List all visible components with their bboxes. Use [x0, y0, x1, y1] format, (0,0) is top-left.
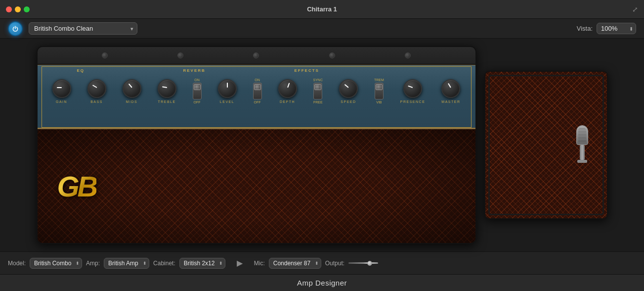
topbar: British Combo Clean Vista: 100%: [0, 19, 644, 39]
depth-knob[interactable]: [278, 79, 297, 98]
effects-label: EFFECTS: [295, 68, 319, 73]
gain-knob-item: GAIN: [52, 79, 71, 103]
preset-wrapper: British Combo Clean: [29, 22, 137, 35]
level-label: LEVEL: [220, 100, 234, 103]
output-knob[interactable]: [367, 261, 372, 266]
amp-select[interactable]: British Amp: [104, 258, 149, 269]
depth-knob-item: DEPTH: [278, 79, 297, 103]
cabinet-select[interactable]: British 2x12: [179, 258, 225, 269]
mic-select-wrapper: Condenser 87: [269, 258, 321, 269]
model-select-wrapper: British Combo: [30, 258, 82, 269]
screw: [405, 52, 411, 58]
gain-label: GAIN: [56, 100, 67, 103]
master-knob[interactable]: [441, 79, 460, 98]
sync-label: SYNC: [313, 78, 323, 82]
level-knob[interactable]: [218, 79, 237, 98]
footer: Amp Designer: [0, 274, 644, 291]
model-select[interactable]: British Combo: [30, 258, 82, 269]
master-label: MASTER: [441, 100, 460, 103]
trem-label: TREM: [374, 78, 384, 82]
grill-cloth: [38, 129, 475, 243]
preset-dropdown[interactable]: British Combo Clean: [29, 22, 137, 35]
model-label: Model:: [8, 260, 26, 267]
toggle-nub: [194, 84, 201, 90]
window-title: Chitarra 1: [307, 5, 337, 13]
mids-label: MIDS: [126, 100, 138, 103]
speed-label: SPEED: [341, 100, 356, 103]
reverb-label: REVERB: [183, 68, 206, 73]
trem-toggle[interactable]: [375, 83, 384, 99]
screw: [102, 52, 108, 58]
free-label: FREE: [313, 100, 323, 104]
treble-label: TREBLE: [158, 100, 175, 103]
cabinet-label: Cabinet:: [153, 260, 175, 267]
controls-panel: EQ REVERB EFFECTS GAIN BASS MIDS: [38, 65, 475, 129]
gain-knob[interactable]: [52, 79, 71, 98]
bass-knob-item: BASS: [87, 79, 106, 103]
mic-select[interactable]: Condenser 87: [269, 258, 321, 269]
close-button[interactable]: [6, 6, 12, 12]
vib-label: VIB: [376, 100, 382, 104]
reverb-off-label: OFF: [194, 100, 201, 104]
output-label: Output:: [325, 260, 344, 267]
amp-top-bar: [38, 47, 475, 65]
main-area: EQ REVERB EFFECTS GAIN BASS MIDS: [0, 39, 644, 251]
mids-knob[interactable]: [123, 79, 141, 98]
presence-knob[interactable]: [403, 79, 422, 98]
cabinet-select-wrapper: British 2x12: [179, 258, 225, 269]
bass-label: BASS: [90, 100, 103, 103]
mic-head: [576, 125, 588, 145]
amp-logo: GB: [57, 170, 96, 203]
master-knob-item: MASTER: [441, 79, 460, 103]
vista-wrapper: 100%: [597, 23, 636, 34]
mic-body: [580, 145, 585, 160]
grill-area: GB: [38, 129, 475, 243]
reverb-on-label: ON: [194, 78, 200, 82]
knob-row: GAIN BASS MIDS TREBLE: [47, 78, 466, 104]
presence-label: PRESENCE: [400, 100, 426, 103]
treble-knob-item: TREBLE: [158, 79, 176, 103]
sync-toggle[interactable]: [313, 83, 322, 99]
traffic-lights: [6, 6, 30, 12]
output-slider[interactable]: [348, 262, 378, 264]
screw: [253, 52, 259, 58]
titlebar: Chitarra 1 ⤢: [0, 0, 644, 19]
screw: [177, 52, 183, 58]
depth-label: DEPTH: [280, 100, 295, 103]
effects-toggle-item: ON OFF: [253, 78, 262, 104]
mic-base: [577, 160, 587, 163]
amp-select-wrapper: British Amp: [104, 258, 149, 269]
vista-label: Vista:: [577, 25, 593, 32]
mic-label: Mic:: [254, 260, 265, 267]
speed-knob-item: SPEED: [339, 79, 358, 103]
reverb-toggle[interactable]: [193, 83, 202, 99]
reverb-toggle-item: ON OFF: [193, 78, 202, 104]
amp-label: Amp:: [86, 260, 100, 267]
amp-container: EQ REVERB EFFECTS GAIN BASS MIDS: [37, 46, 476, 244]
minimize-button[interactable]: [15, 6, 21, 12]
effects-toggle[interactable]: [253, 83, 262, 99]
play-button[interactable]: ▶: [233, 257, 246, 270]
bottom-bar: Model: British Combo Amp: British Amp Ca…: [0, 251, 644, 274]
presence-knob-item: PRESENCE: [400, 79, 426, 103]
sync-toggle-item: SYNC FREE: [313, 78, 323, 104]
toggle-nub: [376, 84, 383, 90]
treble-knob[interactable]: [158, 79, 176, 98]
toggle-nub: [254, 84, 261, 90]
eq-label: EQ: [77, 68, 85, 73]
screw: [329, 52, 335, 58]
restore-icon[interactable]: ⤢: [632, 5, 638, 13]
toggle-nub: [314, 84, 321, 90]
output-slider-container: [348, 262, 378, 264]
cabinet-container: [484, 71, 608, 219]
footer-title: Amp Designer: [297, 279, 347, 287]
bass-knob[interactable]: [87, 79, 106, 98]
power-button[interactable]: [8, 21, 23, 36]
trem-toggle-item: TREM VIB: [374, 78, 384, 104]
mids-knob-item: MIDS: [123, 79, 141, 103]
speed-knob[interactable]: [339, 79, 358, 98]
vista-dropdown[interactable]: 100%: [597, 23, 636, 34]
effects-on-label: ON: [255, 78, 260, 82]
maximize-button[interactable]: [24, 6, 30, 12]
level-knob-item: LEVEL: [218, 79, 237, 103]
